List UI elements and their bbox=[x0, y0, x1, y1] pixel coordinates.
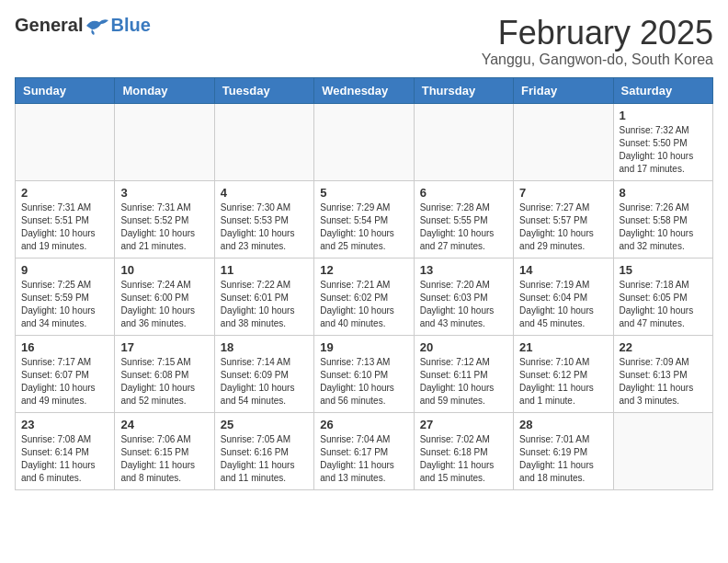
day-number: 24 bbox=[120, 418, 208, 431]
calendar-day-cell: 7Sunrise: 7:27 AM Sunset: 5:57 PM Daylig… bbox=[514, 180, 613, 258]
calendar-week-row: 23Sunrise: 7:08 AM Sunset: 6:14 PM Dayli… bbox=[16, 412, 713, 489]
day-number: 16 bbox=[21, 340, 108, 354]
day-info: Sunrise: 7:09 AM Sunset: 6:13 PM Dayligh… bbox=[620, 356, 707, 408]
weekday-header: Friday bbox=[514, 77, 613, 103]
calendar-week-row: 16Sunrise: 7:17 AM Sunset: 6:07 PM Dayli… bbox=[16, 335, 713, 412]
logo-bird-icon bbox=[85, 17, 110, 35]
day-info: Sunrise: 7:25 AM Sunset: 5:59 PM Dayligh… bbox=[21, 279, 108, 330]
logo-blue-text: Blue bbox=[110, 15, 150, 36]
calendar-day-cell bbox=[16, 103, 115, 180]
day-info: Sunrise: 7:02 AM Sunset: 6:18 PM Dayligh… bbox=[420, 433, 507, 485]
calendar-day-cell: 17Sunrise: 7:15 AM Sunset: 6:08 PM Dayli… bbox=[115, 335, 214, 412]
weekday-header: Sunday bbox=[16, 77, 115, 103]
day-number: 8 bbox=[620, 186, 707, 200]
logo-general-text: General bbox=[15, 15, 83, 36]
day-number: 1 bbox=[620, 109, 707, 122]
logo: General Blue bbox=[15, 15, 151, 36]
calendar-week-row: 2Sunrise: 7:31 AM Sunset: 5:51 PM Daylig… bbox=[16, 180, 713, 258]
day-info: Sunrise: 7:24 AM Sunset: 6:00 PM Dayligh… bbox=[120, 279, 208, 330]
day-number: 18 bbox=[221, 340, 308, 354]
weekday-header: Thursday bbox=[414, 77, 513, 103]
day-info: Sunrise: 7:31 AM Sunset: 5:51 PM Dayligh… bbox=[21, 201, 108, 253]
calendar-day-cell: 27Sunrise: 7:02 AM Sunset: 6:18 PM Dayli… bbox=[414, 412, 513, 489]
calendar-day-cell: 22Sunrise: 7:09 AM Sunset: 6:13 PM Dayli… bbox=[613, 335, 712, 412]
calendar-week-row: 9Sunrise: 7:25 AM Sunset: 5:59 PM Daylig… bbox=[16, 258, 713, 335]
day-info: Sunrise: 7:15 AM Sunset: 6:08 PM Dayligh… bbox=[120, 356, 208, 408]
day-info: Sunrise: 7:06 AM Sunset: 6:15 PM Dayligh… bbox=[120, 433, 208, 485]
calendar-day-cell: 3Sunrise: 7:31 AM Sunset: 5:52 PM Daylig… bbox=[115, 180, 214, 258]
day-info: Sunrise: 7:28 AM Sunset: 5:55 PM Dayligh… bbox=[420, 201, 507, 253]
day-number: 22 bbox=[620, 340, 707, 354]
calendar-day-cell: 26Sunrise: 7:04 AM Sunset: 6:17 PM Dayli… bbox=[314, 412, 414, 489]
day-number: 25 bbox=[221, 418, 308, 431]
calendar-day-cell: 13Sunrise: 7:20 AM Sunset: 6:03 PM Dayli… bbox=[414, 258, 513, 335]
day-info: Sunrise: 7:27 AM Sunset: 5:57 PM Dayligh… bbox=[519, 201, 607, 253]
calendar-day-cell: 18Sunrise: 7:14 AM Sunset: 6:09 PM Dayli… bbox=[214, 335, 313, 412]
calendar-day-cell: 24Sunrise: 7:06 AM Sunset: 6:15 PM Dayli… bbox=[115, 412, 214, 489]
calendar-day-cell bbox=[613, 412, 712, 489]
calendar-day-cell: 10Sunrise: 7:24 AM Sunset: 6:00 PM Dayli… bbox=[115, 258, 214, 335]
day-number: 13 bbox=[420, 263, 507, 277]
day-info: Sunrise: 7:32 AM Sunset: 5:50 PM Dayligh… bbox=[620, 124, 707, 176]
day-info: Sunrise: 7:18 AM Sunset: 6:05 PM Dayligh… bbox=[620, 279, 707, 330]
month-title: February 2025 bbox=[482, 15, 713, 52]
day-number: 21 bbox=[519, 340, 607, 354]
day-number: 9 bbox=[21, 263, 108, 277]
day-info: Sunrise: 7:22 AM Sunset: 6:01 PM Dayligh… bbox=[221, 279, 308, 330]
calendar-day-cell: 21Sunrise: 7:10 AM Sunset: 6:12 PM Dayli… bbox=[514, 335, 613, 412]
weekday-header: Monday bbox=[115, 77, 214, 103]
calendar-day-cell: 5Sunrise: 7:29 AM Sunset: 5:54 PM Daylig… bbox=[314, 180, 414, 258]
day-info: Sunrise: 7:05 AM Sunset: 6:16 PM Dayligh… bbox=[221, 433, 308, 485]
day-number: 2 bbox=[21, 186, 108, 200]
calendar-day-cell: 12Sunrise: 7:21 AM Sunset: 6:02 PM Dayli… bbox=[314, 258, 414, 335]
day-number: 17 bbox=[120, 340, 208, 354]
day-number: 23 bbox=[21, 418, 108, 431]
calendar-day-cell: 14Sunrise: 7:19 AM Sunset: 6:04 PM Dayli… bbox=[514, 258, 613, 335]
day-info: Sunrise: 7:29 AM Sunset: 5:54 PM Dayligh… bbox=[320, 201, 407, 253]
day-number: 5 bbox=[320, 186, 407, 200]
page-header: General Blue February 2025 Yanggu, Gangw… bbox=[15, 15, 713, 68]
calendar-day-cell: 9Sunrise: 7:25 AM Sunset: 5:59 PM Daylig… bbox=[16, 258, 115, 335]
day-number: 4 bbox=[221, 186, 308, 200]
calendar-day-cell: 25Sunrise: 7:05 AM Sunset: 6:16 PM Dayli… bbox=[214, 412, 313, 489]
day-number: 3 bbox=[120, 186, 208, 200]
day-number: 15 bbox=[620, 263, 707, 277]
calendar-day-cell: 20Sunrise: 7:12 AM Sunset: 6:11 PM Dayli… bbox=[414, 335, 513, 412]
day-number: 20 bbox=[420, 340, 507, 354]
calendar-day-cell: 15Sunrise: 7:18 AM Sunset: 6:05 PM Dayli… bbox=[613, 258, 712, 335]
calendar-day-cell: 28Sunrise: 7:01 AM Sunset: 6:19 PM Dayli… bbox=[514, 412, 613, 489]
day-number: 7 bbox=[519, 186, 607, 200]
calendar-day-cell: 6Sunrise: 7:28 AM Sunset: 5:55 PM Daylig… bbox=[414, 180, 513, 258]
day-number: 11 bbox=[221, 263, 308, 277]
calendar-day-cell bbox=[414, 103, 513, 180]
day-info: Sunrise: 7:10 AM Sunset: 6:12 PM Dayligh… bbox=[519, 356, 607, 408]
calendar-day-cell bbox=[314, 103, 414, 180]
day-info: Sunrise: 7:04 AM Sunset: 6:17 PM Dayligh… bbox=[320, 433, 407, 485]
day-info: Sunrise: 7:31 AM Sunset: 5:52 PM Dayligh… bbox=[120, 201, 208, 253]
calendar-header-row: SundayMondayTuesdayWednesdayThursdayFrid… bbox=[16, 77, 713, 103]
calendar-day-cell bbox=[115, 103, 214, 180]
day-info: Sunrise: 7:08 AM Sunset: 6:14 PM Dayligh… bbox=[21, 433, 108, 485]
weekday-header: Saturday bbox=[613, 77, 712, 103]
calendar-week-row: 1Sunrise: 7:32 AM Sunset: 5:50 PM Daylig… bbox=[16, 103, 713, 180]
day-info: Sunrise: 7:14 AM Sunset: 6:09 PM Dayligh… bbox=[221, 356, 308, 408]
day-number: 10 bbox=[120, 263, 208, 277]
calendar-day-cell: 1Sunrise: 7:32 AM Sunset: 5:50 PM Daylig… bbox=[613, 103, 712, 180]
calendar-day-cell: 8Sunrise: 7:26 AM Sunset: 5:58 PM Daylig… bbox=[613, 180, 712, 258]
title-section: February 2025 Yanggu, Gangwon-do, South … bbox=[482, 15, 713, 68]
day-info: Sunrise: 7:30 AM Sunset: 5:53 PM Dayligh… bbox=[221, 201, 308, 253]
calendar-day-cell: 4Sunrise: 7:30 AM Sunset: 5:53 PM Daylig… bbox=[214, 180, 313, 258]
weekday-header: Wednesday bbox=[314, 77, 414, 103]
calendar-day-cell: 16Sunrise: 7:17 AM Sunset: 6:07 PM Dayli… bbox=[16, 335, 115, 412]
calendar-table: SundayMondayTuesdayWednesdayThursdayFrid… bbox=[15, 77, 713, 490]
day-info: Sunrise: 7:12 AM Sunset: 6:11 PM Dayligh… bbox=[420, 356, 507, 408]
day-number: 27 bbox=[420, 418, 507, 431]
calendar-day-cell bbox=[514, 103, 613, 180]
weekday-header: Tuesday bbox=[214, 77, 313, 103]
calendar-day-cell: 19Sunrise: 7:13 AM Sunset: 6:10 PM Dayli… bbox=[314, 335, 414, 412]
location: Yanggu, Gangwon-do, South Korea bbox=[482, 52, 713, 68]
calendar-day-cell: 2Sunrise: 7:31 AM Sunset: 5:51 PM Daylig… bbox=[16, 180, 115, 258]
day-info: Sunrise: 7:01 AM Sunset: 6:19 PM Dayligh… bbox=[519, 433, 607, 485]
day-number: 26 bbox=[320, 418, 407, 431]
day-number: 6 bbox=[420, 186, 507, 200]
